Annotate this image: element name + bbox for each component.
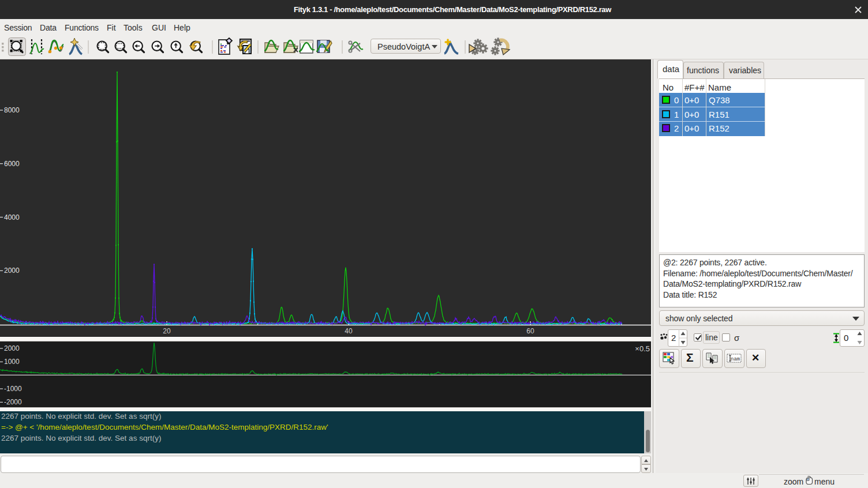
svg-text:-2000: -2000 — [4, 398, 22, 406]
svg-text:4000: 4000 — [4, 213, 20, 222]
svg-text:-1000: -1000 — [4, 385, 22, 393]
svg-text:nam: nam — [731, 356, 740, 362]
svg-text:20: 20 — [163, 327, 171, 335]
svg-text:1000: 1000 — [4, 358, 20, 366]
svg-text:60: 60 — [526, 327, 534, 335]
svg-text:40: 40 — [345, 327, 353, 335]
svg-text:×0.5: ×0.5 — [635, 344, 650, 353]
svg-text:6000: 6000 — [4, 160, 20, 168]
svg-text:2000: 2000 — [4, 344, 20, 352]
svg-text:8000: 8000 — [4, 106, 20, 114]
svg-text:2000: 2000 — [4, 266, 20, 275]
